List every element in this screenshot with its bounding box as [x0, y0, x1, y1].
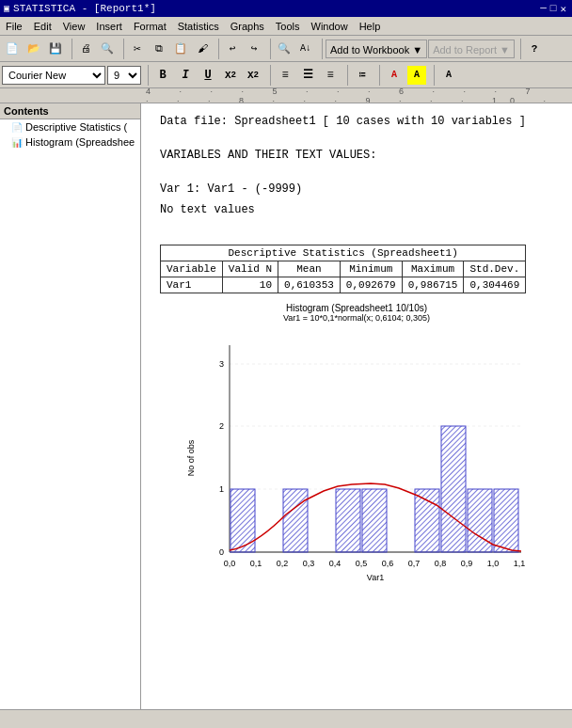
col-maximum: Maximum	[402, 261, 464, 277]
sidebar-item-descriptive[interactable]: 📄 Descriptive Statistics (	[0, 119, 140, 135]
italic-btn[interactable]: I	[175, 65, 196, 86]
font-selector[interactable]: Courier New	[2, 66, 105, 85]
bar-9	[441, 426, 466, 552]
app-icon: ▣	[4, 3, 9, 14]
underline-btn[interactable]: U	[198, 65, 218, 86]
histogram-svg: 0 1 2 3 0,0 0,1 0,2 0,3 0,4 0,5 0,6 0,7 …	[183, 326, 531, 590]
col-mean: Mean	[278, 261, 341, 277]
y-tick-1: 1	[219, 484, 224, 494]
ruler: · 1 · · · 2 · · · 3 · · · 4 · · · 5 · · …	[0, 88, 572, 103]
bar-6	[362, 489, 387, 552]
minimize-btn[interactable]: ─	[540, 3, 547, 14]
title-bar: ▣ STATISTICA - [Report1*] ─ □ ✕	[0, 0, 572, 17]
menu-format[interactable]: Format	[128, 19, 172, 34]
undo-btn[interactable]: ↩	[222, 39, 243, 59]
x-tick-11: 1,1	[514, 559, 526, 568]
align-left-btn[interactable]: ≡	[275, 65, 295, 86]
title-label: STATISTICA - [Report1*]	[13, 3, 156, 14]
menu-view[interactable]: View	[57, 19, 91, 34]
format-text-btn[interactable]: A	[438, 65, 459, 86]
font-size-selector[interactable]: 9	[107, 66, 141, 85]
menu-edit[interactable]: Edit	[28, 19, 57, 34]
x-tick-02: 0,2	[277, 559, 289, 568]
histogram-title: Histogram (Spreadsheet1 10/10s)	[286, 303, 427, 313]
sep9	[344, 65, 348, 86]
help-btn[interactable]: ?	[524, 39, 545, 59]
toolbar-format: Courier New 9 B I U X2 X2 ≡ ☰ ≡ ≔ A A A	[0, 62, 572, 88]
sep4	[267, 39, 271, 59]
cell-varname: Var1	[161, 277, 223, 293]
sep2	[120, 39, 124, 59]
new-btn[interactable]: 📄	[2, 39, 23, 59]
sep1	[69, 39, 72, 59]
maximize-btn[interactable]: □	[550, 3, 557, 14]
print-btn[interactable]: 🖨	[75, 39, 96, 59]
x-tick-07: 0,7	[408, 559, 421, 568]
main-area: Contents 📄 Descriptive Statistics ( 📊 Hi…	[0, 103, 572, 709]
content-area[interactable]: Data file: Spreadsheet1 [ 10 cases with …	[141, 103, 572, 709]
sep5	[319, 39, 323, 59]
bullets-btn[interactable]: ≔	[352, 65, 373, 86]
cell-mean: 0,610353	[278, 277, 341, 293]
sep7	[145, 65, 149, 86]
sep10	[376, 65, 380, 86]
menu-file[interactable]: File	[0, 19, 28, 34]
print-preview-btn[interactable]: 🔍	[97, 39, 118, 59]
menu-insert[interactable]: Insert	[90, 19, 128, 34]
x-tick-09: 0,9	[461, 559, 473, 568]
doc-icon: 📄	[11, 122, 23, 133]
menu-tools[interactable]: Tools	[270, 19, 306, 34]
stats-table: Descriptive Statistics (Spreadsheet1) Va…	[160, 245, 526, 293]
y-tick-2: 2	[219, 421, 224, 431]
subscript-btn[interactable]: X2	[220, 65, 241, 86]
highlight-btn[interactable]: A	[406, 65, 427, 86]
cell-min: 0,092679	[340, 277, 402, 293]
redo-btn[interactable]: ↪	[244, 39, 264, 59]
sidebar-item-histogram-label: Histogram (Spreadshee	[25, 136, 135, 148]
find-btn[interactable]: 🔍	[274, 39, 294, 59]
y-axis-label: No of obs	[186, 439, 196, 476]
bar-11	[494, 489, 518, 552]
menu-window[interactable]: Window	[306, 19, 354, 34]
bar-3	[283, 489, 308, 552]
font-color-btn[interactable]: A	[384, 65, 405, 86]
superscript-btn[interactable]: X2	[243, 65, 263, 86]
format-painter-btn[interactable]: 🖌	[192, 39, 213, 59]
bar-5	[336, 489, 360, 552]
sidebar-item-descriptive-label: Descriptive Statistics (	[25, 121, 127, 133]
add-to-report-btn[interactable]: Add to Report ▼	[428, 40, 515, 58]
menu-bar: File Edit View Insert Format Statistics …	[0, 17, 572, 36]
save-btn[interactable]: 💾	[45, 39, 66, 59]
table-title: Descriptive Statistics (Spreadsheet1)	[161, 245, 526, 261]
x-tick-01: 0,1	[250, 559, 262, 568]
variables-header: VARIABLES AND THEIR TEXT VALUES:	[160, 147, 553, 164]
x-tick-05: 0,5	[356, 559, 368, 568]
find2-btn[interactable]: A↓	[295, 39, 316, 59]
col-variable: Variable	[161, 261, 223, 277]
col-stddev: Std.Dev.	[464, 261, 526, 277]
col-valid-n: Valid N	[222, 261, 278, 277]
x-tick-00: 0,0	[224, 559, 236, 568]
open-btn[interactable]: 📂	[24, 39, 44, 59]
x-tick-08: 0,8	[435, 559, 447, 568]
bold-btn[interactable]: B	[152, 65, 173, 86]
align-right-btn[interactable]: ≡	[320, 65, 341, 86]
menu-graphs[interactable]: Graphs	[225, 19, 270, 34]
paste-btn[interactable]: 📋	[170, 39, 191, 59]
no-text-values: No text values	[160, 201, 553, 218]
x-axis-label: Var1	[367, 573, 384, 582]
cut-btn[interactable]: ✂	[127, 39, 148, 59]
x-tick-10: 1,0	[487, 559, 500, 568]
sep3	[215, 39, 219, 59]
cell-stddev: 0,304469	[464, 277, 526, 293]
copy-btn[interactable]: ⧉	[149, 39, 169, 59]
menu-statistics[interactable]: Statistics	[172, 19, 225, 34]
add-to-workbook-btn[interactable]: Add to Workbook ▼	[326, 40, 427, 58]
data-file-line: Data file: Spreadsheet1 [ 10 cases with …	[160, 113, 553, 130]
menu-help[interactable]: Help	[354, 19, 387, 34]
align-center-btn[interactable]: ☰	[297, 65, 318, 86]
sidebar: Contents 📄 Descriptive Statistics ( 📊 Hi…	[0, 103, 141, 709]
close-btn[interactable]: ✕	[560, 3, 566, 15]
sidebar-item-histogram[interactable]: 📊 Histogram (Spreadshee	[0, 135, 140, 150]
x-tick-06: 0,6	[382, 559, 394, 568]
